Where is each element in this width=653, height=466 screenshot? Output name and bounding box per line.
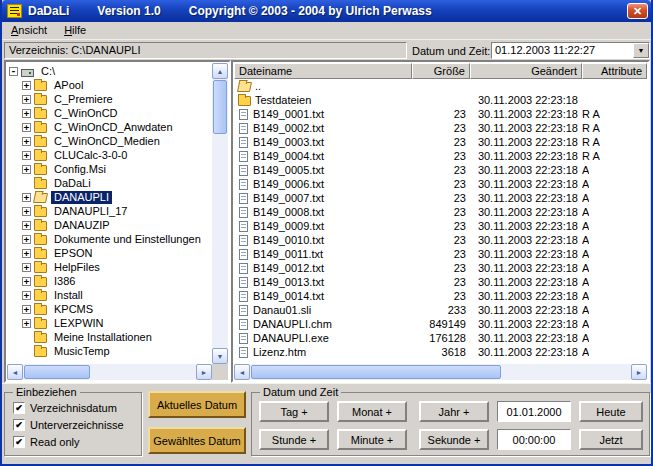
tree-item-kpcms[interactable]: +KPCMS: [7, 302, 212, 316]
expand-icon[interactable]: +: [22, 193, 31, 202]
tree-vertical-scrollbar[interactable]: ▲ ▼: [212, 63, 228, 364]
menu-item-hilfe[interactable]: Hilfe: [57, 22, 93, 38]
expand-icon[interactable]: +: [22, 319, 31, 328]
tree-item-lexpwin[interactable]: +LEXPWIN: [7, 316, 212, 330]
tree-item-c-winoncd-anwdaten[interactable]: +C_WinOnCD_Anwdaten: [7, 120, 212, 134]
scroll-down-button[interactable]: ▼: [212, 348, 228, 364]
monat-plus-button[interactable]: Monat +: [337, 401, 407, 422]
expand-icon[interactable]: +: [22, 221, 31, 230]
heute-button[interactable]: Heute: [579, 401, 643, 422]
menu-item-ansicht[interactable]: Ansicht: [4, 22, 54, 38]
jahr-plus-button[interactable]: Jahr +: [419, 401, 489, 422]
tree-item-meine-installationen[interactable]: Meine Installationen: [7, 330, 212, 344]
tree-item-apool[interactable]: +APool: [7, 78, 212, 92]
tree-item-config-msi[interactable]: +Config.Msi: [7, 162, 212, 176]
gewaehltes-datum-button[interactable]: Gewähltes Datum: [148, 427, 246, 454]
scrollbar-thumb[interactable]: [24, 365, 90, 379]
expand-icon[interactable]: +: [22, 109, 31, 118]
column-header-attribute[interactable]: Attribute: [582, 63, 647, 79]
tree-item-danaupli[interactable]: +DANAUPLI: [7, 190, 212, 204]
column-header-dateiname[interactable]: Dateiname: [234, 63, 412, 79]
tree-item-install[interactable]: +Install: [7, 288, 212, 302]
checkbox-unterverzeichnisse[interactable]: Unterverzeichnisse: [13, 418, 124, 432]
scrollbar-thumb[interactable]: [251, 365, 501, 379]
expand-icon[interactable]: +: [22, 291, 31, 300]
scroll-left-button[interactable]: ◄: [234, 364, 250, 380]
checkbox-icon[interactable]: [13, 419, 25, 431]
scrollbar-thumb[interactable]: [213, 80, 227, 134]
tree-item-i386[interactable]: +I386: [7, 274, 212, 288]
file-row-b149-0003-txt[interactable]: B149_0003.txt2330.11.2003 22:23:18R A: [234, 135, 647, 149]
dropdown-button[interactable]: ▼: [633, 43, 649, 58]
time-value-field[interactable]: 00:00:00: [497, 429, 571, 450]
tree-item-c-winoncd[interactable]: +C_WinOnCD: [7, 106, 212, 120]
scroll-left-button[interactable]: ◄: [7, 364, 23, 380]
file-row-lizenz-htm[interactable]: Lizenz.htm361830.11.2003 22:23:18A: [234, 345, 647, 359]
file-row-b149-0013-txt[interactable]: B149_0013.txt2330.11.2003 22:23:18A: [234, 275, 647, 289]
file-row-b149-0007-txt[interactable]: B149_0007.txt2330.11.2003 22:23:18A: [234, 191, 647, 205]
expand-icon[interactable]: +: [22, 165, 31, 174]
file-row-item[interactable]: ..: [234, 79, 647, 93]
expand-icon[interactable]: +: [22, 207, 31, 216]
expand-icon[interactable]: +: [22, 95, 31, 104]
file-row-b149-0001-txt[interactable]: B149_0001.txt2330.11.2003 22:23:18R A: [234, 107, 647, 121]
expand-icon[interactable]: +: [22, 249, 31, 258]
datetime-combo[interactable]: 01.12.2003 11:22:27 ▼: [491, 42, 650, 59]
title-bar[interactable]: DaDaLi Version 1.0 Copyright © 2003 - 20…: [2, 0, 651, 22]
expand-icon[interactable]: +: [22, 277, 31, 286]
file-row-b149-0002-txt[interactable]: B149_0002.txt2330.11.2003 22:23:18R A: [234, 121, 647, 135]
expand-icon[interactable]: +: [22, 137, 31, 146]
expand-icon[interactable]: +: [22, 81, 31, 90]
tree-item-c-premiere[interactable]: +C_Premiere: [7, 92, 212, 106]
scroll-right-button[interactable]: ►: [631, 364, 647, 380]
tag-plus-button[interactable]: Tag +: [259, 401, 329, 422]
file-row-b149-0004-txt[interactable]: B149_0004.txt2330.11.2003 22:23:18R A: [234, 149, 647, 163]
file-row-testdateien[interactable]: Testdateien30.11.2003 22:23:18: [234, 93, 647, 107]
checkbox-read-only[interactable]: Read only: [13, 435, 80, 449]
tree-horizontal-scrollbar[interactable]: ◄ ►: [7, 364, 212, 380]
checkbox-icon[interactable]: [13, 402, 25, 414]
stunde-plus-button[interactable]: Stunde +: [259, 429, 329, 450]
file-row-b149-0011-txt[interactable]: B149_0011.txt2330.11.2003 22:23:18A: [234, 247, 647, 261]
file-horizontal-scrollbar[interactable]: ◄ ►: [234, 364, 647, 380]
scroll-up-button[interactable]: ▲: [212, 63, 228, 79]
tree-item-danauzip[interactable]: +DANAUZIP: [7, 218, 212, 232]
file-row-b149-0005-txt[interactable]: B149_0005.txt2330.11.2003 22:23:18A: [234, 163, 647, 177]
expand-icon[interactable]: +: [22, 151, 31, 160]
tree-item-epson[interactable]: +EPSON: [7, 246, 212, 260]
jetzt-button[interactable]: Jetzt: [579, 429, 643, 450]
sekunde-plus-button[interactable]: Sekunde +: [419, 429, 489, 450]
file-row-b149-0010-txt[interactable]: B149_0010.txt2330.11.2003 22:23:18A: [234, 233, 647, 247]
expand-icon[interactable]: +: [22, 123, 31, 132]
file-row-b149-0012-txt[interactable]: B149_0012.txt2330.11.2003 22:23:18A: [234, 261, 647, 275]
tree-item-c-winoncd-medien[interactable]: +C_WinOnCD_Medien: [7, 134, 212, 148]
tree-item-dadali[interactable]: DaDaLi: [7, 176, 212, 190]
checkbox-icon[interactable]: [13, 436, 25, 448]
expand-icon[interactable]: +: [22, 263, 31, 272]
tree-item-helpfiles[interactable]: +HelpFiles: [7, 260, 212, 274]
scroll-right-button[interactable]: ►: [196, 364, 212, 380]
column-header-groesse[interactable]: Größe: [412, 63, 470, 79]
date-value-field[interactable]: 01.01.2000: [497, 401, 571, 422]
file-row-danaupli-exe[interactable]: DANAUPLI.exe17612830.11.2003 22:23:18A: [234, 331, 647, 345]
minute-plus-button[interactable]: Minute +: [337, 429, 407, 450]
close-button[interactable]: ✕: [627, 3, 648, 19]
checkbox-verzeichnisdatum[interactable]: Verzeichnisdatum: [13, 401, 117, 415]
tree-item-danaupli-17[interactable]: +DANAUPLI_17: [7, 204, 212, 218]
file-row-danau01-sli[interactable]: Danau01.sli23330.11.2003 22:23:18A: [234, 303, 647, 317]
tree-item-c[interactable]: -C:\: [7, 64, 212, 78]
tree-item-clucalc-3-0-0[interactable]: +CLUCalc-3-0-0: [7, 148, 212, 162]
file-row-b149-0009-txt[interactable]: B149_0009.txt2330.11.2003 22:23:18A: [234, 219, 647, 233]
collapse-icon[interactable]: -: [9, 67, 18, 76]
file-row-b149-0008-txt[interactable]: B149_0008.txt2330.11.2003 22:23:18A: [234, 205, 647, 219]
file-row-danaupli-chm[interactable]: DANAUPLI.chm84914930.11.2003 22:23:18A: [234, 317, 647, 331]
tree-item-dokumente-und-einstellungen[interactable]: +Dokumente und Einstellungen: [7, 232, 212, 246]
expand-icon[interactable]: +: [22, 235, 31, 244]
directory-field[interactable]: Verzeichnis: C:\DANAUPLI: [4, 42, 407, 59]
aktuelles-datum-button[interactable]: Aktuelles Datum: [148, 391, 246, 418]
file-row-b149-0014-txt[interactable]: B149_0014.txt2330.11.2003 22:23:18A: [234, 289, 647, 303]
column-header-geaendert[interactable]: Geändert: [470, 63, 582, 79]
file-row-b149-0006-txt[interactable]: B149_0006.txt2330.11.2003 22:23:18A: [234, 177, 647, 191]
tree-item-musictemp[interactable]: MusicTemp: [7, 344, 212, 358]
expand-icon[interactable]: +: [22, 305, 31, 314]
